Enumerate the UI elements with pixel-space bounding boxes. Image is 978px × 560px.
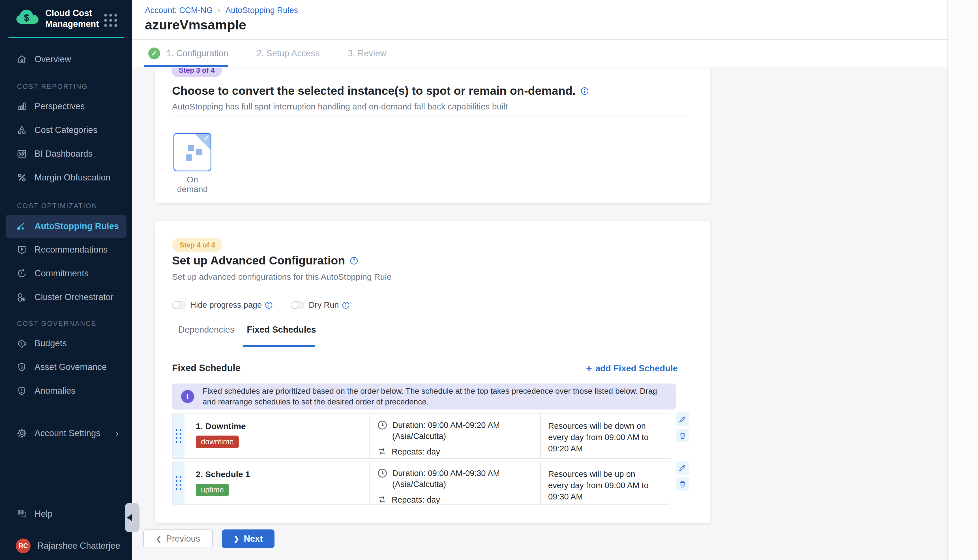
avatar: RC (16, 538, 30, 553)
home-icon (17, 54, 27, 65)
toggle-label: Hide progress page (190, 300, 262, 310)
check-icon: ✓ (148, 48, 160, 59)
page-title: azureVmsample (145, 17, 246, 33)
sidebar-item-label: Asset Governance (35, 362, 107, 372)
sidebar-item-cost-categories[interactable]: Cost Categories (0, 118, 132, 142)
sidebar-item-overview[interactable]: Overview (0, 48, 132, 71)
sidebar-item-account-settings[interactable]: Account Settings › (0, 422, 132, 445)
next-label: Next (244, 534, 263, 544)
piggy-bank-icon: $ (17, 338, 27, 349)
bar-chart-icon (17, 101, 27, 112)
plus-icon: + (586, 363, 592, 375)
step3-badge: Step 3 of 4 (172, 68, 222, 77)
schedule-timing-cell: Duration: 09:00 AM-09:20 AM (Asia/Calcut… (370, 414, 541, 458)
sidebar-item-bi-dashboards[interactable]: BI Dashboards (0, 142, 132, 166)
active-schedule-tab-underline (243, 345, 315, 347)
info-icon[interactable] (580, 87, 589, 96)
step3-heading: Choose to convert the selected instance(… (172, 84, 589, 98)
sidebar-item-perspectives[interactable]: Perspectives (0, 95, 132, 118)
previous-button[interactable]: ❮ Previous (143, 530, 213, 548)
sidebar: $ Cloud Cost Management (0, 0, 132, 560)
sidebar-item-label: Margin Obfuscation (35, 173, 111, 183)
wizard-content: Step 3 of 4 Choose to convert the select… (132, 68, 948, 560)
sidebar-item-asset-governance[interactable]: $ Asset Governance (0, 355, 132, 379)
drag-handle[interactable] (173, 414, 185, 458)
sidebar-item-commitments[interactable]: Commitments (0, 262, 132, 285)
clock-refresh-icon (17, 268, 27, 279)
info-icon[interactable] (265, 301, 273, 309)
module-grid-icon[interactable] (103, 12, 118, 28)
sidebar-item-cluster-orchestrator[interactable]: Cluster Orchestrator (0, 285, 132, 309)
schedule-repeats: Repeats: day (392, 494, 440, 505)
tab-fixed-schedules[interactable]: Fixed Schedules (240, 325, 322, 335)
edit-schedule-button[interactable] (676, 412, 689, 426)
sidebar-divider (8, 412, 124, 412)
sidebar-item-anomalies[interactable]: Anomalies (0, 379, 132, 403)
svg-text:$: $ (24, 12, 29, 23)
step4-heading: Set up Advanced Configuration (172, 254, 359, 267)
collapse-arrow-icon (127, 514, 132, 521)
tab-configuration[interactable]: ✓ 1. Configuration (148, 48, 229, 59)
sidebar-item-label: Commitments (35, 268, 88, 278)
gear-icon (17, 428, 27, 439)
sidebar-item-help[interactable]: ? Help (0, 502, 132, 526)
divider (172, 286, 688, 286)
user-profile[interactable]: RC Rajarshee Chatterjee (0, 535, 132, 557)
sidebar-item-autostopping-rules[interactable]: AutoStopping Rules (6, 215, 127, 238)
drag-dots-icon (176, 429, 181, 443)
tab-label: 2. Setup Access (257, 48, 319, 58)
advanced-toggles: Hide progress page Dry Run (172, 300, 350, 310)
schedule-name-cell: 1. Downtime downtime (185, 414, 370, 458)
schedule-description-cell: Resources will be down on every day from… (541, 414, 671, 458)
instance-square-icon (186, 155, 192, 161)
edit-schedule-button[interactable] (676, 461, 689, 475)
tab-review[interactable]: 3. Review (348, 48, 386, 58)
drag-handle[interactable] (173, 462, 185, 504)
on-demand-label: On demand (174, 175, 211, 194)
step4-subheading: Set up advanced configurations for this … (172, 272, 392, 282)
instance-square-icon (188, 145, 194, 151)
module-accent-rule (8, 37, 124, 38)
sidebar-item-budgets[interactable]: $ Budgets (0, 332, 132, 355)
breadcrumb-section-link[interactable]: AutoStopping Rules (225, 6, 298, 15)
sidebar-item-recommendations[interactable]: Recommendations (0, 238, 132, 262)
on-demand-option-card[interactable]: ✓ (174, 133, 211, 172)
shapes-icon (17, 125, 27, 135)
step3-card: Step 3 of 4 Choose to convert the select… (155, 68, 710, 203)
tab-setup-access[interactable]: 2. Setup Access (257, 48, 319, 58)
active-tab-underline (144, 65, 228, 67)
clock-icon (377, 468, 388, 478)
cloud-cost-logo-icon: $ (16, 8, 39, 24)
step4-heading-text: Set up Advanced Configuration (172, 254, 345, 267)
dry-run-toggle[interactable] (290, 301, 304, 309)
sidebar-item-label: Perspectives (35, 101, 85, 112)
delete-schedule-button[interactable] (676, 429, 689, 442)
priority-info-banner: i Fixed schedules are prioritized based … (172, 383, 676, 410)
delete-schedule-button[interactable] (676, 477, 689, 491)
sidebar-section-cost-optimization: COST OPTIMIZATION (17, 202, 132, 210)
schedule-type-badge: downtime (196, 435, 239, 448)
info-icon[interactable] (342, 301, 350, 309)
chevron-left-icon: ❮ (156, 535, 162, 543)
tab-dependencies[interactable]: Dependencies (172, 325, 240, 335)
info-filled-icon: i (181, 390, 194, 403)
sidebar-collapse-handle[interactable] (125, 503, 140, 532)
breadcrumb-account-link[interactable]: Account: CCM-NG (145, 6, 213, 15)
step3-subheading: AutoStopping has full spot interruption … (172, 102, 508, 112)
sidebar-help-row: ? Help (0, 502, 132, 526)
add-fixed-schedule-button[interactable]: + add Fixed Schedule (586, 363, 678, 375)
info-icon[interactable] (349, 256, 359, 265)
step4-card: Step 4 of 4 Set up Advanced Configuratio… (155, 221, 710, 523)
sidebar-item-label: Budgets (35, 338, 67, 348)
next-button[interactable]: ❯ Next (222, 530, 274, 548)
sidebar-item-margin-obfuscation[interactable]: Margin Obfuscation (0, 166, 132, 190)
svg-text:$: $ (21, 365, 23, 369)
schedule-type-badge: uptime (196, 483, 229, 497)
tab-label: 3. Review (348, 48, 386, 58)
hide-progress-toggle[interactable] (172, 301, 186, 309)
chevron-separator-icon: › (218, 6, 220, 15)
sidebar-item-label: Anomalies (35, 386, 75, 396)
dashboard-image-icon (17, 148, 27, 159)
schedule-repeats: Repeats: day (392, 446, 440, 457)
percent-icon (17, 172, 27, 183)
